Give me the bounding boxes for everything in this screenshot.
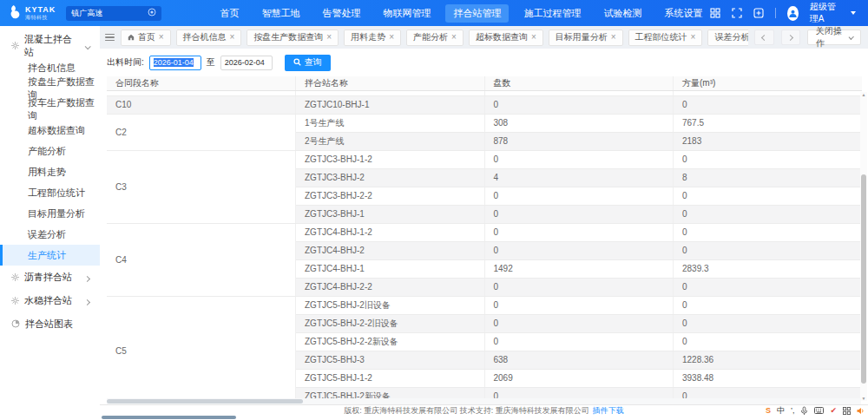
station-cell: ZGTJC3-BHJ-1 [296,206,485,224]
nav-item[interactable]: 首页 [212,4,247,23]
sidebar-item[interactable]: 误差分析 [0,224,100,245]
logo: KYTAK 海特科技 [9,4,56,23]
nav-item[interactable]: 告警处理 [314,4,368,23]
volume-cell: 2183 [674,133,863,151]
tab-close-icon[interactable]: × [230,33,235,42]
pans-cell: 0 [484,242,674,260]
chevron-down-icon [848,34,854,40]
sidebar-group[interactable]: 拌合站图表 [0,312,100,336]
apps-grid-icon[interactable] [710,8,720,18]
nav-item[interactable]: 试验检测 [595,4,649,23]
sidebar-item[interactable]: 目标用量分析 [0,203,100,224]
tab-close-icon[interactable]: × [159,33,164,42]
nav-item[interactable]: 智慧工地 [253,4,307,23]
station-cell: ZGTJC10-BHJ-1 [296,96,485,115]
tab[interactable]: 工程部位统计× [628,30,703,46]
end-date-input[interactable]: 2026-02-04 [220,56,273,70]
user-menu-caret-icon[interactable] [851,11,856,15]
chevron-down-icon [85,41,89,51]
nav-item[interactable]: 物联网管理 [375,4,438,23]
sidebar-item[interactable]: 按车生产数据查询 [0,99,100,120]
table-row: C3ZGTJC3-BHJ-1-200 [107,151,862,169]
close-operations-dropdown[interactable]: 关闭操作 [807,30,861,45]
tab[interactable]: 误差分析× [707,30,748,46]
volume-cell: 0 [674,224,863,242]
sidebar-group[interactable]: 沥青拌合站 [0,266,100,289]
gear-icon [11,41,19,51]
tabs-scroll-left-button[interactable] [754,30,773,45]
project-select[interactable]: 镇广高速 [66,6,161,21]
contract-section-cell: C3 [107,151,296,224]
fullscreen-icon[interactable] [732,8,742,18]
start-date-input[interactable]: 2026-01-04 [149,56,201,70]
volume-cell: 0 [674,297,863,315]
tab[interactable]: 超标数据查询× [469,30,543,46]
tab[interactable]: 产能分析× [406,30,464,46]
copyright-text: 版权: 重庆海特科技发展有限公司 技术支持: 重庆海特科技发展有限公司 [344,405,589,417]
pans-cell: 638 [484,351,674,370]
soft-keyboard-icon[interactable] [814,407,824,414]
nav-item[interactable]: 系统设置 [656,4,710,23]
tab[interactable]: 首页× [121,30,171,46]
volume-cell: 2839.3 [674,260,863,279]
nav-item[interactable]: 施工过程管理 [516,4,589,23]
table-vertical-scrollbar[interactable]: ▲ ▼ [860,92,867,401]
sidebar-item[interactable]: 产能分析 [0,141,100,161]
tabs-scroll-right-button[interactable] [781,30,800,45]
table-horizontal-scrollbar[interactable] [107,398,861,404]
tab[interactable]: 目标用量分析× [549,30,623,46]
tab-close-icon[interactable]: × [389,33,394,42]
scroll-down-arrow-icon[interactable]: ▼ [862,396,866,401]
volume-cell: 3938.48 [674,370,863,388]
pans-cell: 0 [484,206,674,224]
divider [775,8,776,18]
add-square-icon[interactable] [753,8,764,18]
plugin-download-link[interactable]: 插件下载 [593,405,624,417]
sidebar-item[interactable]: 生产统计 [0,245,100,266]
sidebar-group[interactable]: 混凝土拌合站 [0,34,100,57]
horizontal-scroll-thumb[interactable] [107,399,303,404]
contract-section-cell: C2 [107,115,296,151]
tab[interactable]: 按盘生产数据查询× [247,30,339,46]
page-horizontal-scroll-thumb[interactable] [102,416,236,419]
vertical-scroll-thumb[interactable] [861,174,866,384]
voice-input-icon[interactable] [800,406,808,416]
sidebar-item[interactable]: 超标数据查询 [0,120,100,141]
sidebar-item[interactable]: 工程部位统计 [0,182,100,203]
content-card: 出料时间: 2026-01-04 至 2026-02-04 查询 合同段名称拌合 [100,49,868,404]
avatar[interactable] [787,6,799,21]
tab-close-icon[interactable]: × [451,33,457,42]
station-cell: ZGTJC4-BHJ-2 [296,242,485,260]
footer: 版权: 重庆海特科技发展有限公司 技术支持: 重庆海特科技发展有限公司 插件下载… [100,404,868,416]
station-cell: 1号生产线 [296,115,485,133]
contract-section-cell: C5 [107,297,296,399]
tab-close-icon[interactable]: × [326,33,332,42]
main-area: 首页×拌合机信息×按盘生产数据查询×用料走势×产能分析×超标数据查询×目标用量分… [100,26,868,420]
skin-check-icon[interactable]: ✔ [830,407,837,415]
tab-close-icon[interactable]: × [691,33,696,42]
column-header: 盘数 [484,76,674,91]
column-header: 拌合站名称 [296,76,485,91]
volume-cell: 0 [674,151,863,169]
nav-item[interactable]: 拌合站管理 [445,4,509,23]
sidebar-group[interactable]: 水稳拌合站 [0,289,100,312]
station-cell: ZGTJC5-BHJ-3 [296,351,485,370]
tab[interactable]: 拌合机信息× [176,30,242,46]
volume-cell: 1228.36 [674,351,863,370]
notification-horn-icon[interactable] [857,407,865,415]
sogou-input-icon[interactable]: S [766,407,771,415]
chinese-english-toggle-icon[interactable]: 中 [777,407,785,415]
sidebar-item[interactable]: 用料走势 [0,161,100,182]
user-name[interactable]: 超级管理A [810,1,839,25]
toolbox-grid-icon[interactable] [843,407,851,415]
app-window: KYTAK 海特科技 镇广高速 首页智慧工地告警处理物联网管理拌合站管理施工过程… [0,0,868,420]
tab-close-icon[interactable]: × [611,33,616,42]
tab-list-icon[interactable] [105,34,115,42]
top-bar: KYTAK 海特科技 镇广高速 首页智慧工地告警处理物联网管理拌合站管理施工过程… [0,0,868,26]
tab[interactable]: 用料走势× [344,30,401,46]
search-button[interactable]: 查询 [285,55,331,71]
punctuation-mode-icon[interactable]: ’, [791,407,795,415]
pans-cell: 0 [484,333,674,351]
date-filter-label: 出料时间: [107,56,144,69]
tab-close-icon[interactable]: × [531,33,536,42]
